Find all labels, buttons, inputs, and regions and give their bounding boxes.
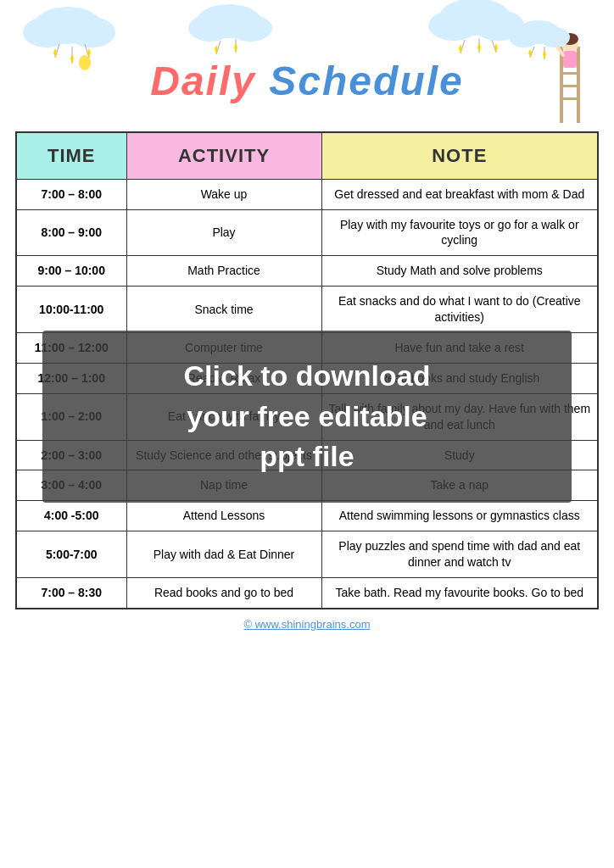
- cell-activity: Attend Lessons: [126, 501, 321, 531]
- table-row: 10:00-11:00Snack timeEat snacks and do w…: [16, 287, 598, 333]
- cell-time: 8:00 – 9:00: [16, 209, 126, 256]
- cell-activity: Play: [126, 209, 321, 256]
- svg-point-9: [197, 4, 261, 38]
- svg-line-39: [530, 47, 534, 58]
- svg-marker-22: [477, 43, 481, 53]
- cell-time: 9:00 – 10:00: [16, 256, 126, 287]
- svg-point-1: [23, 17, 70, 47]
- cell-activity: Read books and go to bed: [126, 578, 321, 609]
- svg-point-11: [228, 14, 272, 42]
- svg-marker-40: [528, 49, 532, 58]
- footer[interactable]: © www.shiningbrains.com: [0, 609, 614, 639]
- svg-point-34: [561, 33, 578, 45]
- cell-note: Eat snacks and do what I want to do (Cre…: [321, 287, 598, 333]
- svg-line-23: [492, 40, 496, 53]
- table-row: 4:00 -5:00Attend LessonsAttend swimming …: [16, 501, 598, 531]
- overlay-line2: your free editable: [59, 397, 555, 437]
- cell-note: Study Math and solve problems: [321, 256, 598, 287]
- table-row: 7:00 – 8:00Wake upGet dressed and eat br…: [16, 179, 598, 209]
- overlay-line1: Click to download: [59, 356, 555, 397]
- cell-time: 7:00 – 8:00: [16, 179, 126, 209]
- svg-point-36: [517, 20, 560, 44]
- header-note: NOTE: [321, 132, 598, 179]
- table-row: 9:00 – 10:00Math PracticeStudy Math and …: [16, 256, 598, 287]
- svg-point-0: [34, 7, 102, 44]
- svg-line-19: [460, 40, 465, 53]
- cell-note: Play with my favourite toys or go for a …: [321, 209, 598, 256]
- svg-line-35: [553, 41, 563, 55]
- title-daily: Daily Schedule: [150, 58, 463, 103]
- svg-point-32: [561, 36, 578, 53]
- svg-line-7: [85, 44, 89, 58]
- svg-marker-20: [459, 44, 462, 53]
- svg-point-18: [473, 10, 524, 41]
- table-row: 8:00 – 9:00PlayPlay with my favourite to…: [16, 209, 598, 256]
- svg-marker-13: [215, 45, 218, 54]
- svg-marker-24: [494, 43, 498, 53]
- svg-marker-8: [87, 48, 91, 58]
- cell-time: 10:00-11:00: [16, 287, 126, 333]
- header: Daily Schedule: [0, 0, 614, 131]
- cell-activity: Math Practice: [126, 256, 321, 287]
- svg-point-2: [68, 17, 115, 47]
- page-wrapper: Daily Schedule TIME ACTIVITY NOTE 7:00 –…: [0, 0, 614, 868]
- header-activity: ACTIVITY: [126, 132, 321, 179]
- svg-point-38: [539, 27, 570, 47]
- svg-point-37: [509, 27, 539, 47]
- overlay-line3: ppt file: [59, 437, 555, 477]
- cell-note: Take bath. Read my favourite books. Go t…: [321, 578, 598, 609]
- footer-url: © www.shiningbrains.com: [243, 618, 370, 631]
- cell-activity: Wake up: [126, 179, 321, 209]
- svg-point-16: [439, 0, 511, 36]
- svg-marker-4: [53, 48, 57, 58]
- cell-time: 7:00 – 8:30: [16, 578, 126, 609]
- cell-note: Attend swimming lessons or gymnastics cl…: [321, 501, 598, 531]
- title: Daily Schedule: [17, 58, 597, 104]
- svg-line-12: [216, 41, 220, 54]
- cell-activity: Snack time: [126, 287, 321, 333]
- cell-note: Play puzzles and spend time with dad and…: [321, 531, 598, 578]
- svg-line-3: [55, 44, 59, 58]
- svg-point-17: [428, 10, 479, 41]
- download-overlay[interactable]: Click to download your free editable ppt…: [42, 331, 572, 503]
- cell-time: 5:00-7:00: [16, 531, 126, 578]
- svg-point-10: [188, 14, 232, 42]
- cell-note: Get dressed and eat breakfast with mom &…: [321, 179, 598, 209]
- table-row: 7:00 – 8:30Read books and go to bedTake …: [16, 578, 598, 609]
- header-time: TIME: [16, 132, 126, 179]
- svg-marker-15: [234, 43, 237, 53]
- cell-activity: Play with dad & Eat Dinner: [126, 531, 321, 578]
- cell-time: 4:00 -5:00: [16, 501, 126, 531]
- table-row: 5:00-7:00Play with dad & Eat DinnerPlay …: [16, 531, 598, 578]
